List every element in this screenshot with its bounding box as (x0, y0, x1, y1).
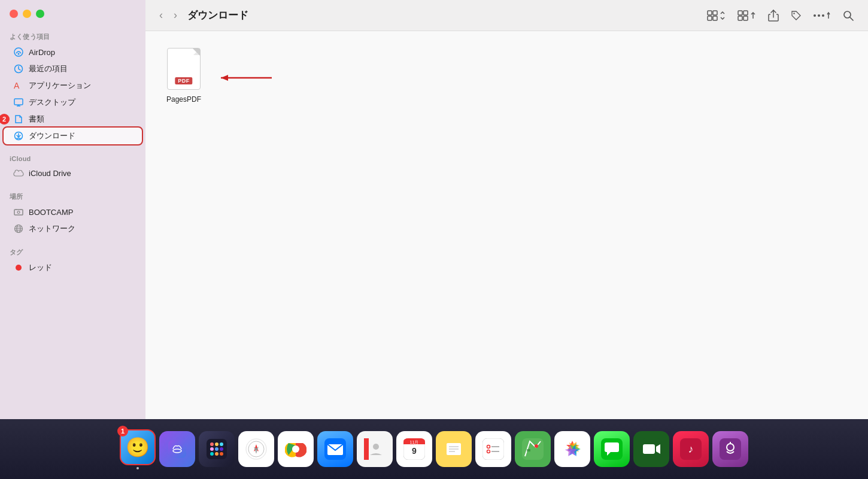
dock-item-safari[interactable] (238, 431, 274, 467)
svg-rect-74 (482, 438, 504, 460)
svg-rect-20 (708, 11, 712, 15)
svg-rect-80 (527, 449, 530, 451)
file-name: PagesPDF (166, 95, 201, 104)
dock-item-music[interactable]: ♪ (673, 431, 709, 467)
icloud-drive-label: iCloud Drive (29, 169, 71, 178)
svg-point-58 (292, 445, 299, 453)
music-app-icon[interactable]: ♪ (673, 431, 709, 467)
svg-rect-24 (738, 11, 742, 15)
toolbar: ‹ › ダウンロード (145, 0, 868, 31)
svg-point-41 (210, 442, 214, 446)
dock-item-maps[interactable] (515, 431, 551, 467)
dock-item-siri[interactable] (159, 431, 195, 467)
close-button[interactable] (10, 10, 18, 18)
applications-label: アプリケーション (29, 80, 91, 91)
sidebar-item-downloads[interactable]: ダウンロード (4, 128, 142, 144)
sidebar-item-airdrop[interactable]: AirDrop (4, 44, 142, 60)
dock-item-notes[interactable] (436, 431, 472, 467)
more-button[interactable] (810, 9, 834, 22)
traffic-lights (0, 10, 145, 28)
sidebar-item-applications[interactable]: A アプリケーション (4, 77, 142, 94)
svg-point-63 (373, 444, 379, 450)
svg-point-42 (215, 442, 218, 446)
svg-rect-4 (14, 99, 23, 105)
svg-rect-21 (713, 11, 717, 15)
dock-item-finder[interactable]: 1 🙂 (120, 429, 156, 469)
notes-app-icon[interactable] (436, 431, 472, 467)
share-button[interactable] (764, 7, 782, 24)
sidebar-item-desktop[interactable]: デスクトップ (4, 94, 142, 111)
desktop-label: デスクトップ (29, 97, 75, 108)
svg-rect-23 (713, 16, 717, 20)
chrome-app-icon[interactable] (278, 431, 314, 467)
dock: 1 🙂 (0, 419, 868, 479)
svg-rect-25 (743, 11, 748, 15)
svg-rect-85 (643, 444, 655, 454)
finder-window: よく使う項目 AirDrop 最近の項目 (0, 0, 868, 419)
safari-app-icon[interactable] (238, 431, 274, 467)
dock-item-chrome[interactable] (278, 431, 314, 467)
facetime-app-icon[interactable] (633, 431, 669, 467)
sidebar-item-bootcamp[interactable]: BOOTCAMP (4, 204, 142, 220)
documents-label: 書類 (29, 114, 44, 125)
minimize-button[interactable] (23, 10, 31, 18)
calendar-app-icon[interactable]: 9 11月 (396, 431, 432, 467)
svg-point-30 (814, 14, 816, 17)
sidebar-item-red-tag[interactable]: レッド (4, 259, 142, 276)
main-content: ‹ › ダウンロード (145, 0, 868, 419)
dock-item-mail[interactable] (317, 431, 353, 467)
svg-point-34 (844, 11, 851, 18)
svg-point-44 (210, 447, 214, 451)
icloud-label: iCloud (0, 150, 145, 165)
tag-button[interactable] (787, 8, 805, 23)
svg-point-46 (220, 447, 223, 451)
dock-item-podcasts[interactable] (712, 431, 748, 467)
sidebar-item-network[interactable]: ネットワーク (4, 220, 142, 237)
dock-item-contacts[interactable] (357, 431, 393, 467)
fullscreen-button[interactable] (36, 10, 44, 18)
search-button[interactable] (839, 8, 857, 23)
view-gallery-button[interactable] (734, 8, 760, 23)
dock-item-calendar[interactable]: 9 11月 (396, 431, 432, 467)
dock-item-facetime[interactable] (633, 431, 669, 467)
svg-point-1 (18, 53, 20, 55)
launchpad-app-icon[interactable] (199, 431, 235, 467)
dock-item-messages[interactable] (594, 431, 630, 467)
red-arrow-annotation (215, 72, 275, 84)
messages-app-icon[interactable] (594, 431, 630, 467)
file-item-pagespdf[interactable]: PDF PagesPDF (160, 48, 208, 104)
podcasts-app-icon[interactable] (712, 431, 748, 467)
svg-text:9: 9 (412, 446, 417, 456)
dock-item-launchpad[interactable] (199, 431, 235, 467)
mail-app-icon[interactable] (317, 431, 353, 467)
forward-button[interactable]: › (171, 8, 180, 23)
maps-app-icon[interactable] (515, 431, 551, 467)
view-icon-grid-button[interactable] (703, 8, 729, 23)
sidebar-item-documents[interactable]: 書類 (4, 111, 142, 128)
photos-app-icon[interactable] (554, 431, 590, 467)
svg-point-47 (210, 452, 214, 456)
tags-label: タグ (0, 243, 145, 259)
svg-rect-62 (364, 438, 369, 460)
dock-item-photos[interactable] (554, 431, 590, 467)
finder-dot (136, 467, 139, 469)
svg-point-0 (14, 48, 23, 56)
sidebar-item-recents[interactable]: 最近の項目 (4, 60, 142, 77)
svg-point-48 (215, 452, 218, 456)
reminders-app-icon[interactable] (475, 431, 511, 467)
svg-point-45 (215, 447, 218, 451)
contacts-app-icon[interactable] (357, 431, 393, 467)
recents-icon (13, 63, 24, 74)
siri-app-icon[interactable] (159, 431, 195, 467)
airdrop-label: AirDrop (29, 48, 55, 57)
back-button[interactable]: ‹ (156, 8, 166, 23)
svg-marker-37 (221, 75, 228, 81)
dock-item-reminders[interactable] (475, 431, 511, 467)
svg-rect-89 (720, 438, 741, 460)
svg-point-55 (256, 448, 257, 450)
sidebar-item-icloud-drive[interactable]: iCloud Drive (4, 165, 142, 181)
favorites-label: よく使う項目 (0, 28, 145, 44)
file-area: PDF PagesPDF (145, 31, 868, 419)
downloads-label: ダウンロード (29, 131, 75, 141)
toolbar-title: ダウンロード (187, 8, 248, 22)
